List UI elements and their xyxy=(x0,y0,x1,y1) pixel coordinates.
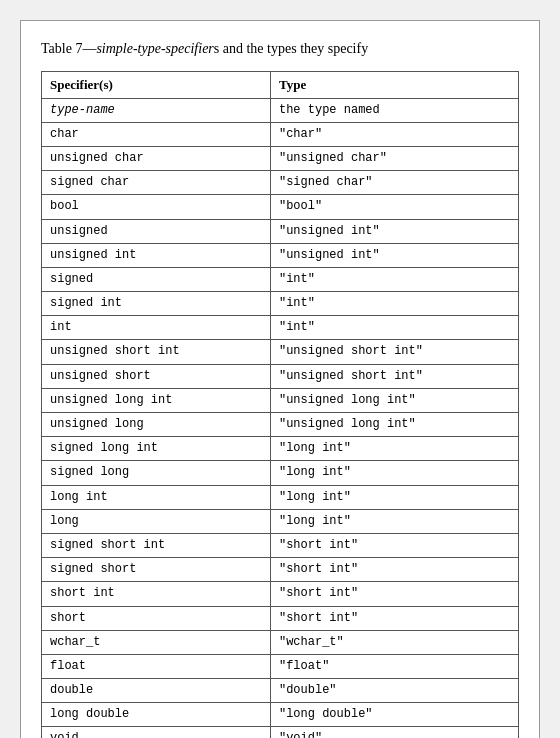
specifier-cell: float xyxy=(42,654,271,678)
type-cell: "unsigned int" xyxy=(270,243,518,267)
table-row: double"double" xyxy=(42,679,519,703)
table-row: unsigned"unsigned int" xyxy=(42,219,519,243)
type-cell: "double" xyxy=(270,679,518,703)
type-cell: "int" xyxy=(270,267,518,291)
type-cell: "long int" xyxy=(270,461,518,485)
type-cell: "int" xyxy=(270,292,518,316)
table-row: signed long int"long int" xyxy=(42,437,519,461)
table-row: bool"bool" xyxy=(42,195,519,219)
table-row: long int"long int" xyxy=(42,485,519,509)
table-row: int"int" xyxy=(42,316,519,340)
table-row: unsigned long int"unsigned long int" xyxy=(42,388,519,412)
specifier-cell: signed long int xyxy=(42,437,271,461)
type-cell: "long int" xyxy=(270,437,518,461)
table-caption: Table 7—simple-type-specifiers and the t… xyxy=(41,39,519,59)
specifier-cell: unsigned xyxy=(42,219,271,243)
specifier-cell: signed int xyxy=(42,292,271,316)
table-row: unsigned short int"unsigned short int" xyxy=(42,340,519,364)
type-cell: "signed char" xyxy=(270,171,518,195)
header-type: Type xyxy=(270,71,518,98)
table-row: short int"short int" xyxy=(42,582,519,606)
specifier-cell: unsigned int xyxy=(42,243,271,267)
specifier-cell: unsigned char xyxy=(42,146,271,170)
table-row: float"float" xyxy=(42,654,519,678)
type-cell: "unsigned long int" xyxy=(270,413,518,437)
page-container: Table 7—simple-type-specifiers and the t… xyxy=(20,20,540,738)
specifier-cell: bool xyxy=(42,195,271,219)
table-row: short"short int" xyxy=(42,606,519,630)
type-cell: the type named xyxy=(270,98,518,122)
type-cell: "short int" xyxy=(270,558,518,582)
table-row: signed char"signed char" xyxy=(42,171,519,195)
table-row: signed short"short int" xyxy=(42,558,519,582)
table-row: unsigned char"unsigned char" xyxy=(42,146,519,170)
type-cell: "short int" xyxy=(270,582,518,606)
specifier-cell: type-name xyxy=(42,98,271,122)
table-row: wchar_t"wchar_t" xyxy=(42,630,519,654)
specifier-cell: unsigned long int xyxy=(42,388,271,412)
table-row: unsigned short"unsigned short int" xyxy=(42,364,519,388)
type-cell: "long int" xyxy=(270,485,518,509)
type-cell: "short int" xyxy=(270,533,518,557)
specifier-cell: long double xyxy=(42,703,271,727)
specifier-cell: signed xyxy=(42,267,271,291)
specifier-cell: short int xyxy=(42,582,271,606)
specifiers-table: Specifier(s) Type type-namethe type name… xyxy=(41,71,519,738)
header-specifier: Specifier(s) xyxy=(42,71,271,98)
type-cell: "wchar_t" xyxy=(270,630,518,654)
type-cell: "unsigned char" xyxy=(270,146,518,170)
specifier-cell: double xyxy=(42,679,271,703)
type-cell: "unsigned short int" xyxy=(270,364,518,388)
type-cell: "long int" xyxy=(270,509,518,533)
type-cell: "void" xyxy=(270,727,518,738)
type-cell: "unsigned int" xyxy=(270,219,518,243)
table-row: char"char" xyxy=(42,122,519,146)
specifier-cell: signed long xyxy=(42,461,271,485)
table-row: long"long int" xyxy=(42,509,519,533)
specifier-cell: long xyxy=(42,509,271,533)
table-row: long double"long double" xyxy=(42,703,519,727)
table-row: signed"int" xyxy=(42,267,519,291)
type-cell: "float" xyxy=(270,654,518,678)
table-header-row: Specifier(s) Type xyxy=(42,71,519,98)
specifier-cell: void xyxy=(42,727,271,738)
table-row: signed long"long int" xyxy=(42,461,519,485)
type-cell: "unsigned short int" xyxy=(270,340,518,364)
table-row: type-namethe type named xyxy=(42,98,519,122)
specifier-cell: unsigned short int xyxy=(42,340,271,364)
type-cell: "long double" xyxy=(270,703,518,727)
table-row: unsigned int"unsigned int" xyxy=(42,243,519,267)
table-row: unsigned long"unsigned long int" xyxy=(42,413,519,437)
type-cell: "short int" xyxy=(270,606,518,630)
specifier-cell: unsigned short xyxy=(42,364,271,388)
type-cell: "bool" xyxy=(270,195,518,219)
type-cell: "int" xyxy=(270,316,518,340)
type-cell: "unsigned long int" xyxy=(270,388,518,412)
specifier-cell: wchar_t xyxy=(42,630,271,654)
caption-italic: simple-type-specifier xyxy=(96,41,213,56)
specifier-cell: unsigned long xyxy=(42,413,271,437)
table-row: signed int"int" xyxy=(42,292,519,316)
specifier-cell: signed char xyxy=(42,171,271,195)
caption-prefix: Table 7— xyxy=(41,41,96,56)
table-row: signed short int"short int" xyxy=(42,533,519,557)
specifier-cell: int xyxy=(42,316,271,340)
caption-suffix: s and the types they specify xyxy=(214,41,368,56)
table-row: void"void" xyxy=(42,727,519,738)
specifier-cell: short xyxy=(42,606,271,630)
specifier-cell: long int xyxy=(42,485,271,509)
type-cell: "char" xyxy=(270,122,518,146)
specifier-cell: signed short int xyxy=(42,533,271,557)
specifier-cell: char xyxy=(42,122,271,146)
specifier-cell: signed short xyxy=(42,558,271,582)
